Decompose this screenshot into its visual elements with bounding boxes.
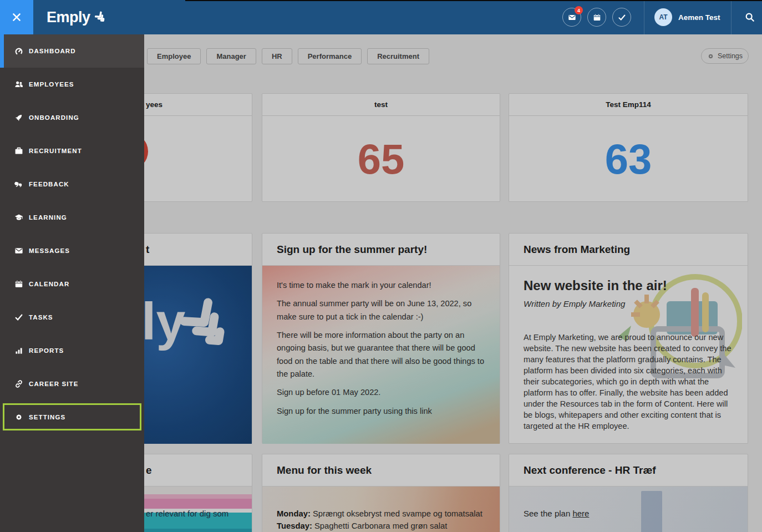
- employees-icon: [14, 80, 23, 89]
- feedback-icon: [14, 180, 23, 189]
- emply-dashboard: Employee Manager HR Performance Recruitm…: [0, 0, 762, 532]
- header-icon-group: 4: [562, 8, 631, 27]
- sidebar-item-recruitment[interactable]: RECRUITMENT: [0, 134, 144, 168]
- calendar-icon: [14, 280, 23, 288]
- sidebar-item-label: SETTINGS: [29, 414, 65, 420]
- sidebar-item-employees[interactable]: EMPLOYEES: [0, 68, 144, 101]
- sidebar-item-tasks[interactable]: TASKS: [0, 301, 144, 334]
- sidebar-item-label: LEARNING: [29, 214, 67, 221]
- tasks-button[interactable]: [612, 8, 631, 27]
- user-menu[interactable]: AT Aemen Test: [654, 0, 720, 34]
- brand-logo[interactable]: Emply: [47, 0, 108, 34]
- sidebar-item-feedback[interactable]: FEEDBACK: [0, 168, 144, 201]
- screen-top-edge: [185, 0, 762, 1]
- user-name: Aemen Test: [678, 13, 720, 22]
- sidebar-item-label: FEEDBACK: [29, 181, 69, 188]
- sidebar-item-label: CALENDAR: [29, 281, 69, 287]
- sidebar-item-messages[interactable]: MESSAGES: [0, 234, 144, 267]
- top-bar: Emply 4 AT Aemen Test: [0, 0, 762, 34]
- envelope-icon: [568, 13, 576, 22]
- header-divider: [731, 0, 731, 34]
- sidebar-item-label: ONBOARDING: [29, 114, 79, 121]
- avatar: AT: [654, 8, 672, 26]
- sidebar-item-label: TASKS: [29, 314, 53, 321]
- messages-button[interactable]: 4: [562, 8, 581, 27]
- search-button[interactable]: [738, 0, 762, 34]
- sidebar-item-label: REPORTS: [29, 347, 64, 354]
- briefcase-icon: [14, 146, 23, 155]
- calendar-icon: [593, 13, 601, 22]
- sidebar-item-onboarding[interactable]: ONBOARDING: [0, 101, 144, 134]
- header-divider: [644, 0, 644, 34]
- envelope-icon: [14, 246, 23, 255]
- sidebar-item-label: MESSAGES: [29, 247, 70, 254]
- checkmark-icon: [14, 313, 23, 322]
- checkmark-icon: [618, 13, 626, 22]
- link-icon: [14, 379, 23, 388]
- sidebar-item-label: EMPLOYEES: [29, 81, 74, 88]
- sidebar-item-settings[interactable]: SETTINGS: [0, 401, 144, 434]
- sidebar-item-career-site[interactable]: CAREER SITE: [0, 367, 144, 401]
- graduation-cap-icon: [14, 213, 23, 222]
- calendar-button[interactable]: [587, 8, 606, 27]
- unread-count-badge: 4: [575, 6, 583, 14]
- navigation-drawer: DASHBOARD EMPLOYEES ONBOARDING RECRUITME…: [0, 34, 144, 532]
- sidebar-item-label: DASHBOARD: [29, 48, 76, 54]
- bar-chart-icon: [14, 346, 23, 355]
- brand-name: Emply: [47, 9, 90, 26]
- rocket-icon: [14, 113, 23, 122]
- search-icon: [745, 12, 755, 22]
- emply-logo-mark-icon: [95, 11, 108, 23]
- sidebar-item-reports[interactable]: REPORTS: [0, 334, 144, 367]
- close-icon: [11, 12, 22, 23]
- dim-overlay[interactable]: [144, 34, 762, 532]
- gear-icon: [14, 413, 23, 422]
- sidebar-item-label: CAREER SITE: [29, 381, 78, 387]
- dashboard-icon: [14, 47, 23, 55]
- sidebar-item-label: RECRUITMENT: [29, 148, 82, 154]
- sidebar-item-calendar[interactable]: CALENDAR: [0, 267, 144, 301]
- menu-close-button[interactable]: [0, 0, 33, 34]
- sidebar-item-dashboard[interactable]: DASHBOARD: [0, 34, 144, 68]
- sidebar-item-learning[interactable]: LEARNING: [0, 201, 144, 234]
